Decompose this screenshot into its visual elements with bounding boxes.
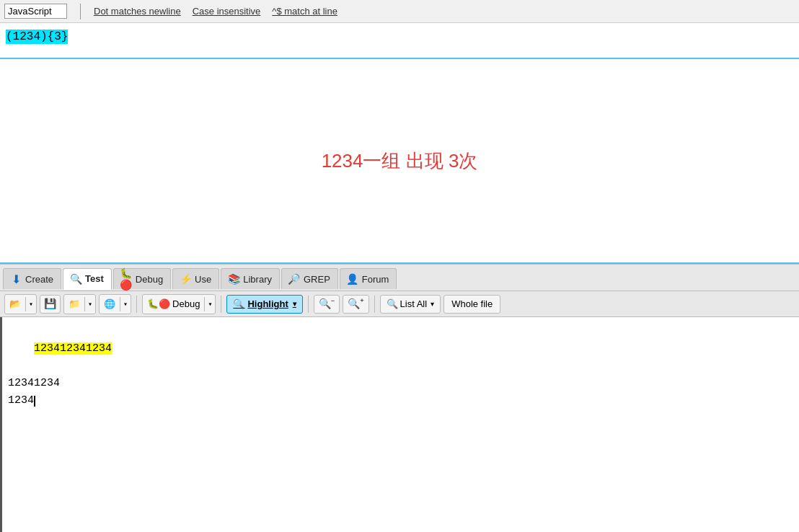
toolbar: 📂 ▾ 💾 📁 ▾ 🌐 ▾ 🐛🔴 Debug ▾ 🔍 Highlight ▾ 🔍…	[0, 291, 799, 317]
list-all-button[interactable]: 🔍 List All ▾	[380, 295, 441, 314]
tab-debug[interactable]: 🐛🔴 Debug	[113, 268, 171, 289]
editor-line-3: 1234	[8, 392, 793, 409]
editor-line-2: 12341234	[8, 375, 793, 392]
create-icon: ⬇	[9, 272, 22, 285]
editor-area[interactable]: 123412341234 12341234 1234	[0, 317, 799, 532]
text-cursor	[34, 394, 35, 407]
language-select[interactable]: JavaScript Python PCRE	[4, 4, 67, 19]
toolbar-sep-4	[374, 296, 375, 313]
web-button[interactable]: 🌐	[100, 295, 120, 314]
web-btn-arrow[interactable]: ▾	[120, 298, 131, 311]
tab-library-label: Library	[243, 274, 272, 285]
tab-bar: ⬇ Create 🔍 Test 🐛🔴 Debug ⚡ Use 📚 Library…	[0, 264, 799, 291]
new-file-button[interactable]: 📂	[5, 295, 25, 314]
zoom-in-icon: 🔍+	[348, 298, 363, 310]
zoom-in-button[interactable]: 🔍+	[343, 295, 368, 314]
test-icon: 🔍	[69, 272, 82, 285]
options-bar: Dot matches newline Case insensitive ^$ …	[94, 6, 337, 17]
tab-create-label: Create	[25, 274, 53, 285]
list-all-arrow: ▾	[431, 300, 434, 308]
tab-debug-label: Debug	[136, 274, 163, 285]
save-button[interactable]: 💾	[40, 295, 61, 314]
tab-create[interactable]: ⬇ Create	[3, 268, 61, 289]
zoom-out-button[interactable]: 🔍−	[314, 295, 340, 314]
open-btn-arrow[interactable]: ▾	[85, 298, 95, 311]
zoom-out-icon: 🔍−	[319, 298, 335, 310]
toolbar-sep-2	[221, 296, 221, 313]
tab-test[interactable]: 🔍 Test	[63, 268, 112, 290]
toolbar-sep-3	[308, 296, 309, 313]
tab-use[interactable]: ⚡ Use	[172, 268, 219, 289]
tab-test-label: Test	[85, 273, 104, 284]
debug-btn-group[interactable]: 🐛🔴 Debug ▾	[142, 294, 216, 314]
list-all-search-icon: 🔍	[387, 298, 398, 309]
editor-line-1: 123412341234	[8, 323, 793, 375]
tab-use-label: Use	[195, 274, 211, 285]
open-btn-group[interactable]: 📁 ▾	[63, 294, 96, 314]
highlight-arrow: ▾	[293, 300, 296, 308]
top-bar: JavaScript Python PCRE Dot matches newli…	[0, 0, 799, 23]
line-1-highlight: 123412341234	[34, 342, 112, 355]
highlight-label: Highlight	[247, 298, 288, 309]
language-selector-wrapper[interactable]: JavaScript Python PCRE	[4, 4, 67, 19]
tab-grep-label: GREP	[304, 274, 330, 285]
web-btn-group[interactable]: 🌐 ▾	[99, 294, 131, 314]
highlight-button[interactable]: 🔍 Highlight ▾	[226, 295, 302, 314]
whole-file-button[interactable]: Whole file	[443, 295, 500, 314]
grep-icon: 🔎	[288, 272, 301, 285]
library-icon: 📚	[227, 272, 240, 285]
debug-btn-arrow[interactable]: ▾	[205, 298, 215, 311]
debug-button[interactable]: 🐛🔴 Debug	[143, 295, 204, 314]
use-icon: ⚡	[179, 272, 192, 285]
new-btn-arrow[interactable]: ▾	[26, 298, 36, 311]
tab-grep[interactable]: 🔎 GREP	[281, 268, 338, 289]
tab-forum[interactable]: 👤 Forum	[340, 268, 397, 289]
toolbar-sep-1	[136, 296, 137, 313]
explanation-area: 1234一组 出现 3次	[0, 59, 799, 264]
tab-forum-label: Forum	[362, 274, 389, 285]
regex-quantifier-highlight: {3}	[48, 30, 69, 44]
case-insensitive-option[interactable]: Case insensitive	[193, 6, 261, 17]
open-file-button[interactable]: 📁	[64, 295, 84, 314]
regex-expression: (1234){3}	[6, 29, 68, 45]
new-btn-group[interactable]: 📂 ▾	[4, 294, 37, 314]
list-all-label: List All	[400, 298, 428, 309]
tab-library[interactable]: 📚 Library	[221, 268, 280, 289]
debug-icon: 🐛🔴	[120, 272, 133, 285]
regex-input-area[interactable]: (1234){3}	[0, 23, 799, 59]
debug-label: Debug	[172, 298, 200, 309]
caret-dollar-option[interactable]: ^$ match at line	[272, 6, 337, 17]
highlight-search-icon: 🔍	[233, 298, 244, 309]
whole-file-label: Whole file	[451, 298, 493, 309]
explanation-text: 1234一组 出现 3次	[322, 148, 478, 174]
forum-icon: 👤	[346, 272, 359, 285]
dot-matches-newline-option[interactable]: Dot matches newline	[94, 6, 181, 17]
top-bar-separator	[80, 4, 81, 19]
regex-group-highlight: (1234)	[6, 30, 48, 44]
